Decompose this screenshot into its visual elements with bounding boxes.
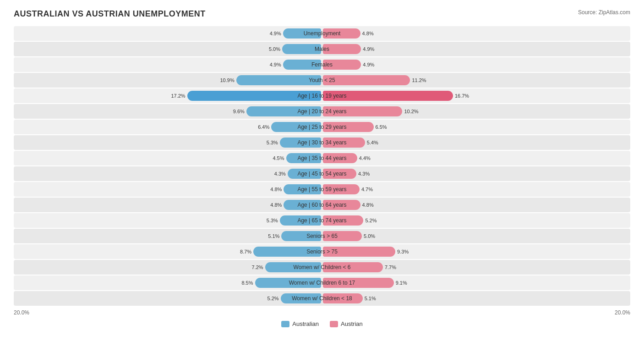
bar-row: 6.4%Age | 25 to 29 years6.5% <box>14 120 630 134</box>
right-value: 5.1% <box>365 296 376 301</box>
left-bar <box>288 169 321 179</box>
left-bar <box>271 122 321 132</box>
left-bar <box>281 293 321 303</box>
right-bar <box>323 231 362 241</box>
left-value: 7.2% <box>252 264 263 270</box>
bar-row: 4.8%Age | 60 to 64 years4.8% <box>14 198 630 212</box>
left-value: 10.9% <box>220 77 235 83</box>
right-bar <box>323 60 361 70</box>
left-value: 8.7% <box>240 249 251 254</box>
bar-right-half: 4.8% <box>322 200 630 210</box>
bar-right-half: 4.3% <box>322 169 630 179</box>
chart-header: AUSTRALIAN VS AUSTRIAN UNEMPLOYMENT Sour… <box>14 9 630 19</box>
bar-right-half: 5.0% <box>322 231 630 241</box>
legend-box-austrian <box>330 321 338 327</box>
bar-left-half: 17.2% <box>14 91 322 101</box>
right-value: 5.4% <box>367 140 378 145</box>
bar-row: 17.2%Age | 16 to 19 years16.7% <box>14 88 630 103</box>
left-bar <box>280 138 321 148</box>
left-bar <box>246 106 321 116</box>
left-value: 5.2% <box>267 296 279 301</box>
right-value: 5.0% <box>364 233 375 239</box>
bar-right-half: 5.1% <box>322 293 630 303</box>
axis-left: 20.0% <box>14 309 322 316</box>
bar-right-half: 4.8% <box>322 28 630 39</box>
bar-left-half: 5.0% <box>14 44 322 54</box>
right-bar <box>323 262 383 272</box>
left-value: 9.6% <box>233 109 245 114</box>
bar-left-half: 5.2% <box>14 293 322 303</box>
bar-right-half: 11.2% <box>322 75 630 85</box>
legend: Australian Austrian <box>14 320 630 327</box>
bar-right-half: 5.2% <box>322 215 630 226</box>
chart-container: AUSTRALIAN VS AUSTRIAN UNEMPLOYMENT Sour… <box>14 9 630 327</box>
right-value: 4.7% <box>361 187 373 192</box>
bar-left-half: 4.9% <box>14 28 322 39</box>
right-value: 4.9% <box>363 62 374 67</box>
left-bar <box>236 75 321 85</box>
right-bar <box>323 215 363 226</box>
right-value: 4.3% <box>358 171 370 176</box>
left-value: 4.9% <box>270 62 281 67</box>
bar-row: 8.7%Seniors > 759.3% <box>14 244 630 259</box>
right-value: 5.2% <box>365 218 377 223</box>
right-bar <box>323 91 453 101</box>
left-value: 4.5% <box>273 155 284 161</box>
axis-right: 20.0% <box>322 309 630 316</box>
bars-wrapper: 4.9%Unemployment4.8%5.0%Males4.9%4.9%Fem… <box>14 26 630 306</box>
right-bar <box>323 153 357 163</box>
bar-right-half: 4.9% <box>322 44 630 54</box>
left-value: 4.8% <box>270 187 282 192</box>
bar-left-half: 10.9% <box>14 75 322 85</box>
bar-row: 5.1%Seniors > 655.0% <box>14 229 630 243</box>
bar-right-half: 4.4% <box>322 153 630 163</box>
legend-box-australian <box>281 321 289 327</box>
left-bar <box>284 200 321 210</box>
bar-left-half: 4.3% <box>14 169 322 179</box>
legend-label-austrian: Austrian <box>341 320 363 327</box>
right-value: 9.3% <box>397 249 409 254</box>
axis-row: 20.0% 20.0% <box>14 309 630 316</box>
right-bar <box>323 28 360 39</box>
bar-row: 4.9%Females4.9% <box>14 57 630 72</box>
right-value: 7.7% <box>385 264 396 270</box>
bar-row: 4.9%Unemployment4.8% <box>14 26 630 41</box>
bar-left-half: 9.6% <box>14 106 322 116</box>
bar-right-half: 16.7% <box>322 91 630 101</box>
right-bar <box>323 75 410 85</box>
bar-left-half: 5.3% <box>14 138 322 148</box>
bar-left-half: 7.2% <box>14 262 322 272</box>
bar-row: 9.6%Age | 20 to 24 years10.2% <box>14 104 630 119</box>
right-bar <box>323 122 374 132</box>
bar-right-half: 6.5% <box>322 122 630 132</box>
left-bar <box>286 153 322 163</box>
left-value: 4.3% <box>274 171 286 176</box>
bar-row: 5.3%Age | 30 to 34 years5.4% <box>14 135 630 150</box>
left-value: 5.3% <box>267 218 278 223</box>
bar-left-half: 4.8% <box>14 200 322 210</box>
bar-left-half: 4.9% <box>14 60 322 70</box>
bar-right-half: 5.4% <box>322 138 630 148</box>
left-value: 8.5% <box>241 280 253 286</box>
chart-title: AUSTRALIAN VS AUSTRIAN UNEMPLOYMENT <box>14 9 206 19</box>
right-bar <box>323 138 365 148</box>
bar-left-half: 6.4% <box>14 122 322 132</box>
left-value: 5.0% <box>269 46 280 52</box>
left-bar <box>255 278 322 288</box>
right-bar <box>323 278 394 288</box>
legend-item-austrian: Austrian <box>330 320 363 327</box>
right-value: 4.9% <box>363 46 374 52</box>
left-bar <box>284 184 321 194</box>
bar-right-half: 4.7% <box>322 184 630 194</box>
right-value: 9.1% <box>396 280 407 286</box>
bar-row: 5.0%Males4.9% <box>14 42 630 56</box>
left-value: 5.1% <box>268 233 279 239</box>
left-value: 17.2% <box>171 93 185 99</box>
bar-right-half: 10.2% <box>322 106 630 116</box>
bar-row: 4.5%Age | 35 to 44 years4.4% <box>14 151 630 165</box>
bar-left-half: 4.5% <box>14 153 322 163</box>
bar-left-half: 8.7% <box>14 247 322 257</box>
legend-item-australian: Australian <box>281 320 319 327</box>
right-bar <box>323 44 361 54</box>
right-bar <box>323 247 395 257</box>
